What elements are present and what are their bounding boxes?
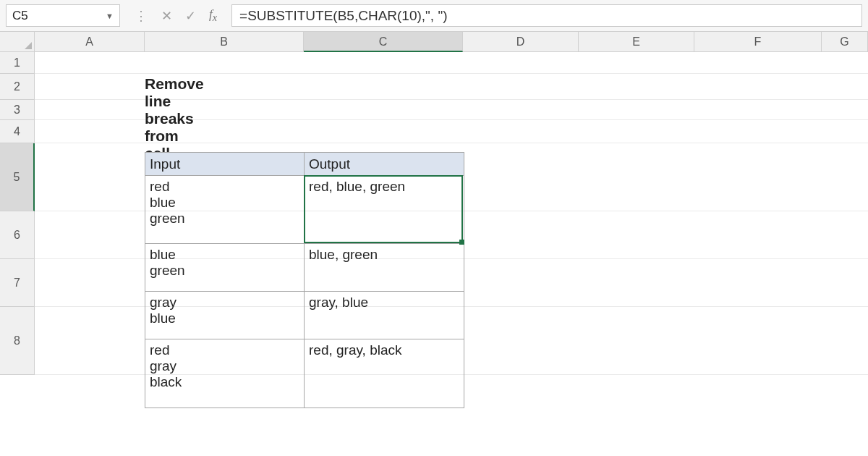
formula-bar-controls: ⋮ ✕ ✓ fx <box>127 4 224 27</box>
worksheet: A B C D E F G 1 2 3 4 5 6 <box>0 32 868 375</box>
row-header-8[interactable]: 8 <box>0 307 35 375</box>
cancel-icon[interactable]: ✕ <box>161 8 172 24</box>
col-header-A[interactable]: A <box>35 32 145 52</box>
enter-icon[interactable]: ✓ <box>185 8 196 24</box>
grid-rows: 1 2 3 4 5 6 7 8 <box>0 52 868 375</box>
row-header-3[interactable]: 3 <box>0 100 35 120</box>
formula-bar: C5 ▼ ⋮ ✕ ✓ fx =SUBSTITUTE(B5,CHAR(10),",… <box>0 0 868 32</box>
col-header-B[interactable]: B <box>145 32 304 52</box>
column-headers: A B C D E F G <box>0 32 868 52</box>
dropdown-icon[interactable]: ▼ <box>106 12 114 20</box>
col-header-G[interactable]: G <box>822 32 868 52</box>
row-7-cells[interactable] <box>35 259 868 307</box>
select-all-corner[interactable] <box>0 32 35 52</box>
row-header-1[interactable]: 1 <box>0 52 35 74</box>
row-4-cells[interactable] <box>35 120 868 143</box>
col-header-D[interactable]: D <box>463 32 579 52</box>
row-header-7[interactable]: 7 <box>0 259 35 307</box>
name-box[interactable]: C5 ▼ <box>6 4 120 27</box>
row-3-cells[interactable] <box>35 100 868 120</box>
insert-function-icon[interactable]: fx <box>209 7 217 24</box>
row-1-cells[interactable] <box>35 52 868 74</box>
row-8-cells[interactable] <box>35 307 868 375</box>
name-box-value: C5 <box>12 9 28 23</box>
row-2-cells[interactable] <box>35 74 868 100</box>
col-header-E[interactable]: E <box>579 32 694 52</box>
formula-text: =SUBSTITUTE(B5,CHAR(10),", ") <box>239 8 447 24</box>
row-6-cells[interactable] <box>35 211 868 259</box>
row-header-4[interactable]: 4 <box>0 120 35 143</box>
row-header-6[interactable]: 6 <box>0 211 35 259</box>
formula-input[interactable]: =SUBSTITUTE(B5,CHAR(10),", ") <box>231 4 862 27</box>
col-header-C[interactable]: C <box>304 32 463 52</box>
row-header-5[interactable]: 5 <box>0 143 35 211</box>
col-header-F[interactable]: F <box>694 32 822 52</box>
row-5-cells[interactable] <box>35 143 868 211</box>
more-icon: ⋮ <box>135 8 148 24</box>
row-header-2[interactable]: 2 <box>0 74 35 100</box>
